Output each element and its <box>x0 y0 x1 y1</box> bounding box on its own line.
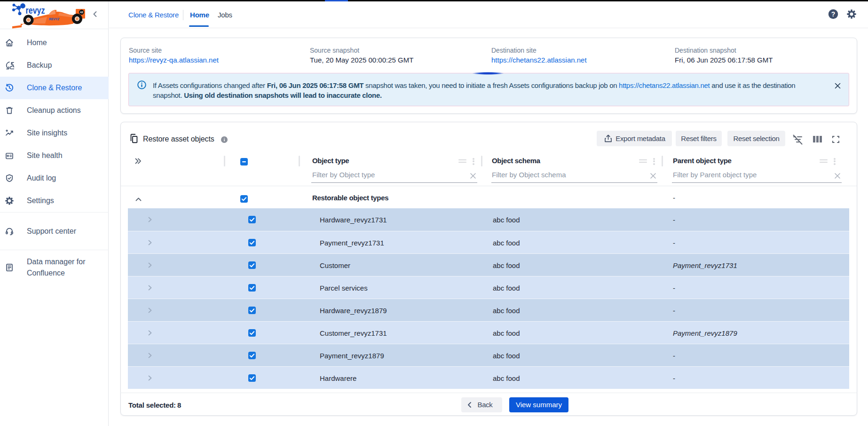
svg-text:42: 42 <box>80 10 83 14</box>
svg-text:REVYZ: REVYZ <box>49 17 60 21</box>
svg-text:?: ? <box>831 10 836 18</box>
svg-text:revyz: revyz <box>26 5 45 16</box>
